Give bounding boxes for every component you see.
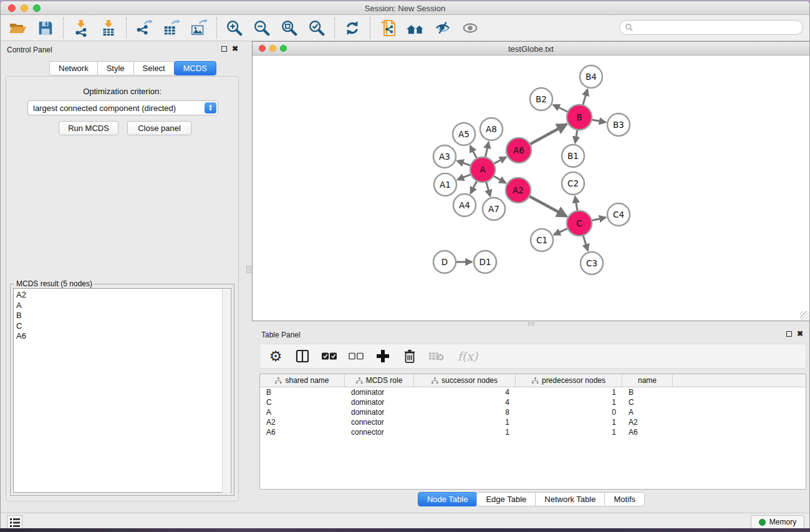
mcds-result-item[interactable]: A6: [16, 331, 231, 342]
column-header-MCDS-role[interactable]: MCDS role: [345, 374, 414, 387]
deselect-all-button[interactable]: [348, 348, 364, 364]
graph-edge-C-C4[interactable]: [592, 218, 605, 221]
hide-details-button[interactable]: [433, 18, 453, 38]
toggle-column-view-button[interactable]: [294, 348, 311, 364]
zoom-fit-button[interactable]: [279, 18, 299, 38]
zoom-selected-button[interactable]: [307, 18, 327, 38]
graph-node-B4[interactable]: B4: [580, 65, 602, 88]
mcds-result-item[interactable]: B: [16, 311, 231, 321]
graph-node-C4[interactable]: C4: [607, 203, 630, 226]
graph-edge-A6-B[interactable]: [530, 124, 566, 144]
search-input[interactable]: [634, 23, 803, 32]
table-row[interactable]: Cdominator41C: [260, 397, 806, 407]
graph-edge-B-B3[interactable]: [592, 120, 606, 122]
graph-node-A4[interactable]: A4: [453, 194, 476, 216]
tab-network[interactable]: Network: [49, 61, 98, 75]
graph-node-A3[interactable]: A3: [433, 145, 456, 168]
column-header-shared-name[interactable]: shared name: [260, 374, 345, 387]
graph-node-C[interactable]: C: [567, 211, 592, 236]
graph-node-C2[interactable]: C2: [562, 172, 584, 195]
graph-node-C3[interactable]: C3: [581, 252, 603, 274]
column-header-predecessor-nodes[interactable]: predecessor nodes: [516, 374, 622, 387]
graph-edge-A-A1[interactable]: [457, 175, 470, 180]
import-table-button[interactable]: [99, 18, 118, 38]
tab-edge-table[interactable]: Edge Table: [476, 492, 536, 506]
graph-node-B3[interactable]: B3: [607, 114, 630, 136]
graph-edge-C-C2[interactable]: [575, 196, 577, 211]
import-network-button[interactable]: [71, 18, 91, 38]
task-history-button[interactable]: [7, 515, 22, 530]
column-header-name[interactable]: name: [622, 374, 673, 387]
close-table-panel-icon[interactable]: ✖: [797, 329, 803, 338]
graph-edge-B-B4[interactable]: [583, 89, 587, 105]
close-panel-button[interactable]: Close panel: [127, 121, 191, 135]
graph-node-B2[interactable]: B2: [530, 88, 552, 110]
graph-node-C1[interactable]: C1: [531, 229, 553, 251]
export-network-button[interactable]: [134, 18, 154, 38]
graph-node-A2[interactable]: A2: [506, 178, 531, 203]
float-table-panel-icon[interactable]: [786, 331, 792, 337]
table-row[interactable]: Bdominator41B: [260, 387, 806, 397]
graph-node-A6[interactable]: A6: [506, 138, 531, 163]
graph-edge-C-C3[interactable]: [583, 236, 587, 251]
graph-node-D[interactable]: D: [433, 251, 456, 273]
graph-edge-A-A2[interactable]: [494, 177, 506, 183]
graph-edge-A-A3[interactable]: [457, 161, 470, 165]
tab-motifs[interactable]: Motifs: [604, 492, 645, 506]
export-table-button[interactable]: [162, 18, 181, 38]
zoom-in-button[interactable]: [224, 18, 244, 38]
table-settings-button[interactable]: ⚙: [268, 348, 284, 364]
graph-edge-A-A7[interactable]: [486, 182, 490, 196]
tab-node-table[interactable]: Node Table: [418, 492, 478, 506]
table-row[interactable]: A6connector11A6: [260, 427, 806, 437]
graph-node-A5[interactable]: A5: [453, 123, 475, 145]
export-image-button[interactable]: [189, 18, 209, 38]
mcds-result-item[interactable]: C: [16, 321, 231, 332]
graph-edge-A-A6[interactable]: [494, 157, 506, 163]
criterion-dropdown[interactable]: largest connected component (directed) ▲…: [27, 100, 218, 115]
graph-edge-C-C1[interactable]: [554, 229, 567, 235]
mcds-result-list[interactable]: A2ABCA6: [13, 288, 231, 493]
graph-edge-A2-C[interactable]: [529, 196, 566, 216]
add-column-button[interactable]: [375, 348, 391, 364]
graph-edge-B-B1[interactable]: [575, 130, 577, 143]
apply-layout-button[interactable]: [342, 18, 362, 38]
delete-column-button[interactable]: [402, 348, 418, 364]
show-graphics-button[interactable]: [460, 18, 480, 38]
graph-node-A1[interactable]: A1: [434, 173, 456, 196]
home-button[interactable]: [405, 18, 425, 38]
network-graph-canvas[interactable]: B4B2BB3A8A5A6B1A3AC2A1A2A4A7C4CC1C3DD1: [253, 56, 809, 321]
graph-node-B[interactable]: B: [567, 105, 592, 130]
graph-node-A[interactable]: A: [470, 157, 495, 182]
graph-edge-A-A5[interactable]: [470, 146, 476, 158]
graph-edge-A-A8[interactable]: [485, 142, 488, 157]
tab-style[interactable]: Style: [97, 61, 134, 75]
graph-node-B1[interactable]: B1: [562, 145, 584, 167]
mcds-result-item[interactable]: A: [16, 301, 231, 311]
save-session-button[interactable]: [36, 18, 55, 38]
graph-edge-A-A4[interactable]: [471, 181, 477, 194]
run-mcds-button[interactable]: Run MCDS: [59, 121, 118, 135]
window-resize-grip[interactable]: [800, 311, 809, 320]
close-panel-icon[interactable]: ✖: [232, 44, 238, 53]
tab-mcds[interactable]: MCDS: [174, 61, 216, 75]
open-session-button[interactable]: [8, 18, 28, 38]
graph-node-A7[interactable]: A7: [483, 198, 505, 220]
memory-button[interactable]: Memory: [751, 515, 804, 529]
table-row[interactable]: A2connector11A2: [260, 417, 806, 427]
graph-edge-B-B2[interactable]: [553, 105, 567, 112]
mcds-result-item[interactable]: A2: [16, 290, 231, 301]
scrollbar-track[interactable]: [222, 289, 230, 493]
float-panel-icon[interactable]: [221, 46, 227, 52]
graph-node-A8[interactable]: A8: [480, 118, 503, 140]
search-field[interactable]: [619, 20, 803, 35]
tab-network-table[interactable]: Network Table: [535, 492, 605, 506]
column-header-successor-nodes[interactable]: successor nodes: [414, 374, 516, 387]
clone-network-button[interactable]: [378, 18, 398, 38]
table-row[interactable]: Adominator80A: [260, 407, 806, 417]
select-all-button[interactable]: [321, 348, 337, 364]
graph-node-D1[interactable]: D1: [474, 251, 496, 273]
vertical-splitter-handle[interactable]: [246, 266, 251, 273]
zoom-out-button[interactable]: [252, 18, 272, 38]
tab-select[interactable]: Select: [133, 61, 175, 75]
